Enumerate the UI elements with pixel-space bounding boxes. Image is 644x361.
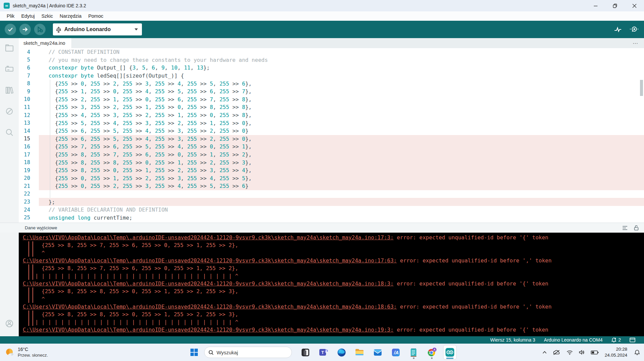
line-content: {255 >> 1, 255 >> 0, 255 >> 4, 255 >> 5,…	[39, 88, 644, 96]
line-content: {255 >> 8, 255 >> 0, 255 >> 1, 255 >> 2,…	[39, 166, 644, 174]
editor-line-20[interactable]: 20 {255 >> 0, 255 >> 1, 255 >> 2, 255 >>…	[19, 174, 644, 183]
menu-item-edytuj[interactable]: Edytuj	[18, 12, 38, 20]
error-file-link[interactable]: C:\Users\VIVO\AppData\Local\Temp\.arduin…	[23, 327, 394, 333]
line-content: // VARIABLE DECLARATION AND DEFINTION	[39, 206, 644, 214]
editor-line-6[interactable]: 6constexpr byte Output_[] {3, 5, 6, 9, 1…	[19, 64, 644, 72]
serial-monitor-icon[interactable]	[629, 26, 639, 33]
editor-line-4[interactable]: 4// CONSTANT DEFINITION	[19, 48, 644, 56]
editor-line-5[interactable]: 5// you may need to change these constan…	[19, 56, 644, 64]
serial-plotter-icon[interactable]	[614, 26, 622, 33]
line-number: 9	[19, 89, 39, 95]
compiler-output-console[interactable]: C:\Users\VIVO\AppData\Local\Temp\.arduin…	[19, 233, 644, 336]
activity-sidebar	[0, 38, 19, 336]
editor-line-22[interactable]: 22	[19, 190, 644, 198]
error-file-link[interactable]: C:\Users\VIVO\AppData\Local\Temp\.arduin…	[23, 280, 394, 287]
error-file-link[interactable]: C:\Users\VIVO\AppData\Local\Temp\.arduin…	[23, 234, 394, 241]
close-button[interactable]	[625, 0, 644, 11]
tray-expand-icon[interactable]	[542, 351, 547, 354]
compiler-error-block: C:\Users\VIVO\AppData\Local\Temp\.arduin…	[23, 234, 644, 257]
minimize-button[interactable]	[586, 0, 605, 11]
search-placeholder: Wyszukaj	[217, 350, 238, 355]
wifi-icon[interactable]	[566, 350, 573, 355]
battery-icon[interactable]	[591, 350, 599, 355]
title-bar: ∞ sketch_may24a | Arduino IDE 2.3.2	[0, 0, 644, 11]
line-number: 23	[19, 199, 39, 205]
error-file-link[interactable]: C:\Users\VIVO\AppData\Local\Temp\.arduin…	[23, 257, 397, 264]
code-editor[interactable]: 4// CONSTANT DEFINITION5// you may need …	[19, 48, 644, 223]
taskbar-app-chrome[interactable]: A	[425, 345, 438, 360]
cursor-position: Wiersz 15, kolumna 3	[490, 337, 535, 343]
editor-line-7[interactable]: 7constexpr byte ledSeq[][sizeof(Output_)…	[19, 72, 644, 80]
editor-line-25[interactable]: 25unsigned long currentTime;	[19, 214, 644, 222]
taskbar-app-movies-app[interactable]: /A	[389, 345, 402, 360]
taskbar-app-teams[interactable]: T	[317, 345, 330, 360]
menu-item-szkic[interactable]: Szkic	[38, 12, 57, 20]
minimize-icon	[593, 4, 598, 8]
notifications[interactable]: 2	[611, 337, 621, 343]
editor-line-8[interactable]: 8 {255 >> 0, 255 >> 2, 255 >> 3, 255 >> …	[19, 80, 644, 88]
verify-button[interactable]	[5, 24, 16, 35]
start-button[interactable]	[187, 346, 201, 359]
notification-bell-icon[interactable]	[634, 349, 640, 355]
menu-item-pomoc[interactable]: Pomoc	[85, 12, 107, 20]
editor-line-9[interactable]: 9 {255 >> 1, 255 >> 0, 255 >> 4, 255 >> …	[19, 88, 644, 96]
gcc-margin-bars	[28, 241, 33, 257]
taskbar-app-arduino-ide[interactable]	[443, 345, 457, 360]
error-file-link[interactable]: C:\Users\VIVO\AppData\Local\Temp\.arduin…	[23, 304, 397, 310]
taskbar-app-file-explorer[interactable]	[353, 345, 366, 360]
onedrive-icon[interactable]	[553, 350, 561, 355]
editor-tab-bar: sketch_may24a.ino ⋯	[19, 38, 644, 48]
caret-line: | | | | | | | | | | | | | | | | | | | | …	[35, 318, 238, 326]
clock-widget[interactable]: 20:28 24.05.2024	[605, 346, 627, 358]
editor-line-17[interactable]: 17 {255 >> 8, 255 >> 7, 255 >> 6, 255 >>…	[19, 151, 644, 159]
editor-line-12[interactable]: 12 {255 >> 4, 255 >> 3, 255 >> 2, 255 >>…	[19, 111, 644, 119]
clear-output-icon[interactable]	[622, 225, 628, 231]
menu-item-plik[interactable]: Plik	[3, 12, 18, 20]
editor-line-19[interactable]: 19 {255 >> 8, 255 >> 0, 255 >> 1, 255 >>…	[19, 166, 644, 174]
sidebar-item-account[interactable]	[0, 316, 19, 331]
taskbar-search[interactable]: Wyszukaj	[204, 347, 292, 358]
upload-button[interactable]	[19, 24, 31, 35]
editor-line-13[interactable]: 13 {255 >> 5, 255 >> 4, 255 >> 3, 255 >>…	[19, 119, 644, 127]
editor-line-14[interactable]: 14 {255 >> 6, 255 >> 5, 255 >> 4, 255 >>…	[19, 127, 644, 135]
tab-overflow-menu[interactable]: ⋯	[633, 40, 639, 46]
chrome-icon: A	[427, 348, 437, 357]
board-selector[interactable]: Arduino Leonardo	[53, 23, 142, 35]
volume-icon[interactable]	[579, 350, 585, 355]
restore-button[interactable]	[605, 0, 625, 11]
line-content: };	[39, 198, 644, 206]
sidebar-item-sketchbook[interactable]	[0, 41, 19, 55]
editor-line-24[interactable]: 24// VARIABLE DECLARATION AND DEFINTION	[19, 206, 644, 214]
editor-line-11[interactable]: 11 {255 >> 3, 255 >> 2, 255 >> 1, 255 >>…	[19, 103, 644, 111]
editor-line-18[interactable]: 18 {255 >> 8, 255 >> 8, 255 >> 0, 255 >>…	[19, 158, 644, 166]
taskbar-app-edge[interactable]	[335, 345, 348, 360]
editor-line-23[interactable]: 23};	[19, 198, 644, 206]
sidebar-item-search[interactable]	[0, 125, 19, 140]
editor-scrollbar[interactable]	[640, 80, 643, 96]
sidebar-item-boards-manager[interactable]	[0, 62, 19, 77]
tab-sketch[interactable]: sketch_may24a.ino	[19, 38, 71, 48]
taskbar-app-notepad[interactable]	[407, 345, 420, 360]
toggle-panel-button[interactable]	[630, 338, 635, 342]
debug-button[interactable]	[34, 24, 46, 35]
sidebar-item-library-manager[interactable]	[0, 83, 19, 98]
line-number: 21	[19, 183, 39, 189]
weather-widget[interactable]: 16°C Przew. słonecz.	[5, 347, 48, 358]
editor-line-10[interactable]: 10 {255 >> 2, 255 >> 1, 255 >> 0, 255 >>…	[19, 96, 644, 104]
editor-line-15[interactable]: 15 {255 >> 6, 255 >> 5, 255 >> 4, 255 >>…	[19, 135, 644, 143]
arrow-right-icon	[22, 26, 28, 32]
board-selector-label: Arduino Leonardo	[64, 26, 135, 32]
taskbar-app-phone-link[interactable]	[299, 345, 312, 360]
editor-line-16[interactable]: 16 {255 >> 7, 255 >> 6, 255 >> 5, 255 >>…	[19, 143, 644, 151]
editor-line-21[interactable]: 21 {255 >> 0, 255 >> 2, 255 >> 3, 255 >>…	[19, 182, 644, 190]
pinned-apps: T/AA	[299, 345, 457, 360]
menu-item-narzdzia[interactable]: Narzędzia	[56, 12, 85, 20]
quoted-source-line: {255 >> 8, 255 >> 8, 255 >> 0, 255 >> 1,…	[35, 287, 238, 295]
board-port-status[interactable]: Arduino Leonardo na COM4	[544, 337, 602, 343]
line-content: {255 >> 8, 255 >> 8, 255 >> 0, 255 >> 1,…	[39, 158, 644, 166]
scroll-lock-icon[interactable]	[634, 225, 639, 231]
sidebar-item-debug[interactable]	[0, 104, 19, 119]
taskbar-app-mail[interactable]	[371, 345, 384, 360]
line-content: {255 >> 8, 255 >> 7, 255 >> 6, 255 >> 0,…	[39, 151, 644, 159]
svg-text:T: T	[321, 350, 324, 355]
